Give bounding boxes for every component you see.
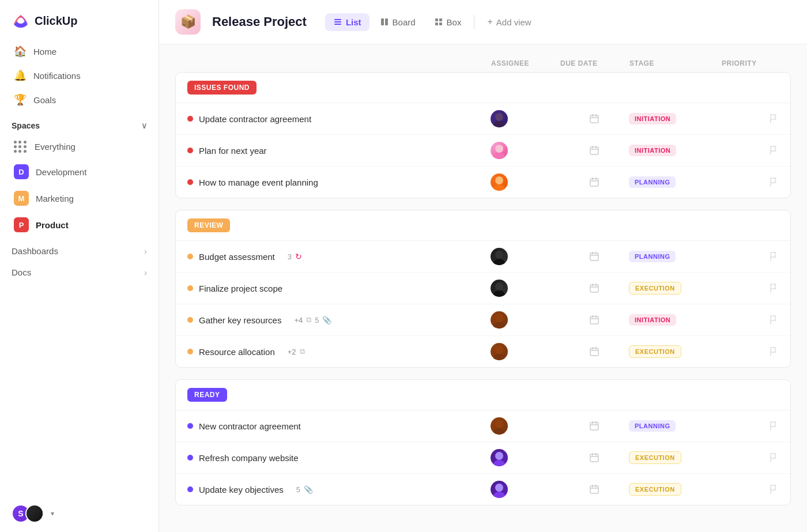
task-priority — [721, 315, 779, 325]
stage-badge: INITIATION — [629, 314, 676, 326]
task-stage: EXECUTION — [629, 483, 721, 496]
task-assignee — [491, 248, 560, 265]
tab-box[interactable]: Box — [426, 13, 470, 31]
calendar-icon — [589, 114, 599, 124]
sidebar-item-development[interactable]: D Development — [2, 159, 156, 185]
attach-icon: 📎 — [304, 485, 313, 494]
section-header: ISSUES FOUND — [176, 73, 790, 103]
task-row[interactable]: Plan for next year INITIATION — [176, 135, 790, 167]
main-header: 📦 Release Project List Board — [159, 0, 807, 44]
task-row[interactable]: Budget assessment 3 ↻ PLANNING — [176, 241, 790, 273]
task-assignee — [491, 280, 560, 297]
sidebar-item-everything[interactable]: Everything — [2, 135, 156, 159]
clickup-logo-icon — [12, 12, 30, 30]
task-row[interactable]: Update contractor agreement INITIATION — [176, 103, 790, 135]
link-icon: ⧉ — [306, 315, 311, 325]
avatar — [491, 142, 508, 159]
task-dot — [187, 317, 193, 323]
spaces-chevron-icon[interactable]: ∨ — [141, 121, 147, 130]
svg-rect-5 — [435, 18, 438, 21]
stage-badge: EXECUTION — [629, 345, 681, 358]
bell-icon: 🔔 — [14, 69, 27, 82]
sidebar-item-notifications[interactable]: 🔔 Notifications — [7, 63, 152, 88]
task-stage: INITIATION — [629, 145, 721, 156]
avatar — [491, 311, 508, 329]
svg-rect-35 — [590, 285, 598, 292]
stage-badge: INITIATION — [629, 145, 676, 156]
section-ready: READY New contractor agreement PLANNING — [175, 379, 791, 505]
avatar — [491, 280, 508, 297]
sidebar-item-label: Product — [36, 220, 69, 230]
svg-rect-29 — [590, 253, 598, 261]
calendar-icon — [589, 315, 599, 325]
sidebar-item-label: Everything — [35, 142, 76, 152]
marketing-icon: M — [14, 191, 29, 206]
avatar — [491, 449, 508, 466]
section-badge-issues-found: ISSUES FOUND — [187, 81, 257, 95]
plus-icon: + — [487, 17, 492, 27]
sidebar-item-goals[interactable]: 🏆 Goals — [7, 88, 152, 112]
sidebar-item-home[interactable]: 🏠 Home — [7, 39, 152, 63]
section-header: REVIEW — [176, 210, 790, 241]
add-view-button[interactable]: + Add view — [479, 13, 539, 31]
svg-point-39 — [495, 314, 503, 322]
task-stage: PLANNING — [629, 420, 721, 432]
flag-icon — [768, 484, 779, 495]
tab-list[interactable]: List — [325, 13, 369, 31]
task-row[interactable]: Refresh company website EXECUTION — [176, 442, 790, 474]
trophy-icon: 🏆 — [14, 93, 27, 106]
task-priority — [721, 145, 779, 156]
svg-point-57 — [495, 452, 503, 460]
task-assignee — [491, 311, 560, 329]
task-date — [560, 283, 629, 293]
flag-icon — [768, 346, 779, 357]
spaces-header: Spaces ∨ — [0, 112, 159, 135]
flag-icon — [768, 177, 779, 187]
svg-rect-0 — [334, 19, 341, 20]
sidebar-item-docs[interactable]: Docs › — [0, 259, 159, 281]
sidebar-item-product[interactable]: P Product — [2, 212, 156, 238]
task-dot — [187, 179, 193, 185]
sidebar-item-marketing[interactable]: M Marketing — [2, 185, 156, 212]
extra-count: 5 — [296, 485, 300, 494]
section-badge-review: REVIEW — [187, 218, 230, 232]
logo-text: ClickUp — [35, 14, 77, 28]
task-row[interactable]: How to manage event planning PLANNING — [176, 167, 790, 198]
task-date — [560, 421, 629, 431]
extra-count: 5 — [315, 316, 319, 325]
sidebar-item-label: Development — [36, 167, 86, 177]
stage-badge: EXECUTION — [629, 451, 681, 464]
extra-count: 3 — [288, 252, 292, 261]
task-row[interactable]: Finalize project scope EXECUTION — [176, 273, 790, 304]
sidebar-section-label: Docs — [12, 267, 31, 277]
tab-board[interactable]: Board — [372, 13, 424, 31]
task-row[interactable]: Resource allocation +2 ⧉ EXECUTION — [176, 336, 790, 367]
user-menu-chevron-icon[interactable]: ▾ — [51, 510, 54, 518]
svg-point-21 — [495, 176, 503, 184]
sidebar-item-dashboards[interactable]: Dashboards › — [0, 238, 159, 259]
task-extras: 3 ↻ — [284, 252, 302, 261]
task-date — [560, 251, 629, 262]
product-icon: P — [14, 217, 29, 232]
task-date — [560, 484, 629, 495]
task-row[interactable]: Update key objectives 5 📎 EXECUTION — [176, 474, 790, 505]
stage-badge: EXECUTION — [629, 483, 681, 496]
task-row[interactable]: New contractor agreement PLANNING — [176, 410, 790, 442]
link-icon: ⧉ — [300, 347, 305, 356]
svg-rect-2 — [334, 24, 341, 25]
sidebar-nav: 🏠 Home 🔔 Notifications 🏆 Goals — [0, 39, 159, 112]
task-row[interactable]: Gather key resources +4 ⧉ 5 📎 — [176, 304, 790, 336]
svg-rect-65 — [590, 486, 598, 493]
stage-badge: PLANNING — [629, 176, 676, 188]
task-priority — [721, 251, 779, 262]
task-assignee — [491, 110, 560, 127]
user-avatars[interactable]: S — [12, 504, 44, 523]
sidebar-item-label: Goals — [33, 95, 56, 105]
svg-point-16 — [493, 153, 505, 159]
dashboards-chevron-icon: › — [144, 246, 147, 256]
flag-icon — [768, 251, 779, 262]
svg-rect-41 — [590, 316, 598, 324]
flag-icon — [768, 145, 779, 156]
sidebar-section-label: Dashboards — [12, 246, 58, 256]
section-review: REVIEW Budget assessment 3 ↻ — [175, 210, 791, 368]
